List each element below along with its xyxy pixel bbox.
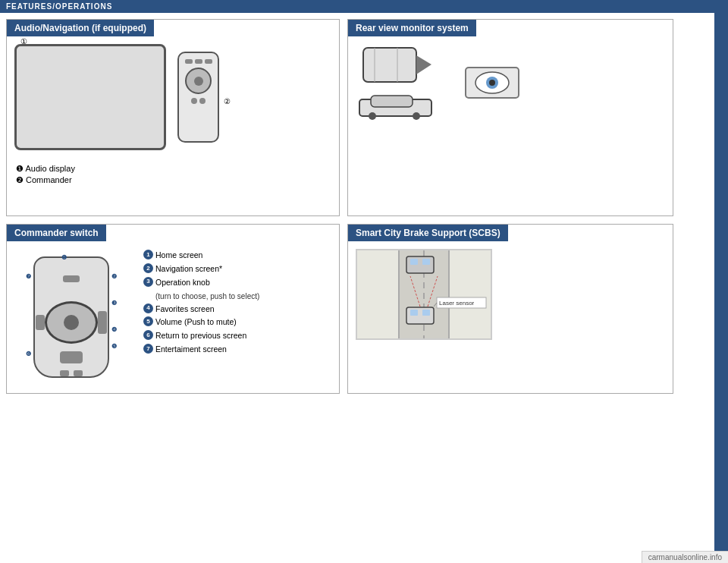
- audio-display-diagram: [14, 44, 166, 150]
- switch-label-7: 7 Entertaiment screen: [143, 343, 259, 357]
- num-5: 5: [143, 316, 153, 326]
- rear-view-title: Rear view monitor system: [348, 20, 476, 36]
- remote-dpad: [185, 68, 212, 94]
- remote-bottom-btn-1: [191, 98, 197, 104]
- remote-top-btn-1: [185, 59, 193, 64]
- switch-label-4: 4 Favorites screen: [143, 303, 259, 316]
- svg-rect-0: [363, 48, 416, 82]
- audio-label-1: ❶ Audio display: [16, 164, 330, 174]
- num-3: 3: [143, 277, 153, 287]
- svg-rect-19: [422, 259, 430, 265]
- remote-dpad-center: [194, 77, 203, 86]
- audio-nav-section: Audio/Navigation (if equipped): [6, 19, 340, 216]
- num-2: 2: [143, 263, 153, 273]
- switch-labels: 1 Home screen 2 Navigation screen* 3 Ope…: [143, 249, 259, 385]
- svg-marker-1: [416, 55, 431, 74]
- commander-switch-section: Commander switch ❶ ❼ ❷ ❸ ❹ ❺ ❻: [6, 224, 340, 394]
- switch-bottom-right-btn: [74, 370, 83, 376]
- switch-bottom-push: [60, 351, 83, 363]
- camera-view-svg: [462, 60, 522, 105]
- remote-top-btn-2: [195, 59, 202, 64]
- switch-label-3: 3 Operation knob: [143, 276, 259, 290]
- svg-text:Laser sensor: Laser sensor: [439, 300, 475, 307]
- commander-diagram: [177, 52, 219, 143]
- switch-label-2: 2 Navigation screen*: [143, 263, 259, 276]
- switch-label-6: 6 Return to previous screen: [143, 329, 259, 343]
- num-4: 4: [143, 304, 153, 313]
- svg-rect-22: [422, 310, 430, 316]
- car-diagrams: [356, 44, 447, 121]
- svg-point-11: [489, 80, 495, 86]
- switch-side-right: [98, 311, 107, 334]
- commander-switch-title: Commander switch: [7, 225, 106, 241]
- svg-rect-5: [371, 96, 413, 107]
- vertical-blue-bar: [714, 0, 728, 563]
- audio-label-2: ❷ Commander: [16, 175, 330, 185]
- num-1: 1: [143, 250, 153, 259]
- switch-bottom-left-btn: [60, 370, 69, 376]
- svg-point-7: [413, 112, 420, 120]
- remote-top-btn-3: [205, 59, 212, 64]
- switch-label-3-sub: (turn to choose, push to select): [143, 290, 259, 303]
- car-side-view-svg: [356, 92, 447, 121]
- page-header: FEATURES/OPERATIONS: [0, 0, 728, 13]
- num-6: 6: [143, 330, 153, 340]
- rear-view-section: Rear view monitor system: [347, 19, 673, 216]
- switch-side-left: [36, 315, 45, 330]
- audio-nav-labels: ❶ Audio display ❷ Commander: [7, 158, 339, 193]
- switch-top-music: [63, 275, 80, 282]
- svg-rect-18: [410, 259, 418, 265]
- scbs-svg: Laser sensor: [357, 250, 491, 338]
- switch-label-5: 5 Volume (Push to mute): [143, 316, 259, 329]
- switch-center-dpad: [45, 301, 98, 344]
- svg-point-6: [369, 112, 376, 120]
- switch-diagram: ❶ ❼ ❷ ❸ ❹ ❺ ❻: [14, 249, 128, 385]
- switch-label-1: 1 Home screen: [143, 249, 259, 263]
- scbs-title: Smart City Brake Support (SCBS): [348, 225, 508, 241]
- scbs-section: Smart City Brake Support (SCBS): [347, 224, 673, 394]
- scbs-diagram: Laser sensor: [356, 249, 492, 340]
- audio-nav-title: Audio/Navigation (if equipped): [7, 20, 154, 36]
- watermark: carmanualsonline.info: [642, 551, 728, 563]
- header-title: FEATURES/OPERATIONS: [6, 2, 112, 11]
- svg-rect-21: [410, 310, 418, 316]
- car-top-view-svg: [356, 44, 447, 86]
- remote-bottom-btn-2: [199, 98, 206, 104]
- num-7: 7: [143, 344, 153, 354]
- switch-dpad-center: [64, 315, 79, 330]
